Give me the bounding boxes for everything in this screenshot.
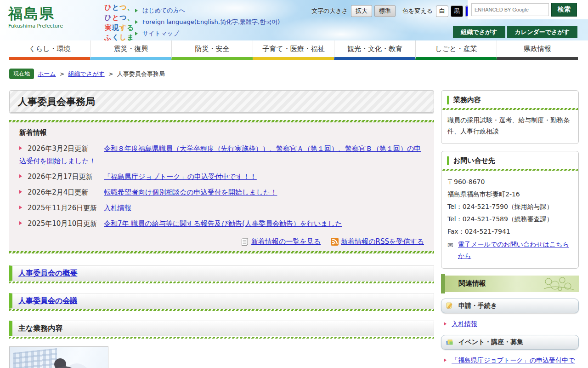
contact-fax: Fax：024-521-7941 [447,225,572,238]
document-list-icon [241,238,249,246]
news-list-link[interactable]: 新着情報の一覧を見る [241,237,321,246]
events-courses-button[interactable]: イベント・講座・募集 [441,335,579,350]
section-overview-link[interactable]: 人事委員会の概要 [18,269,77,278]
nav-item-disaster-recovery[interactable]: 震災・復興 [90,40,171,60]
section-meetings-link[interactable]: 人事委員会の会議 [18,296,77,306]
jobtalk-link[interactable]: 「福島県庁ジョブトーク」の申込受付中です！！ [452,356,575,368]
breadcrumb-separator: > [108,70,113,77]
recruit-info-row: 採用情報 職員採用試験や説明会を実施しています。 [9,346,434,368]
site-header: 福島県 Fukushima Prefecture ひとつ、ひとつ、 実現する ふ… [0,0,588,40]
nav-item-tourism-culture-education[interactable]: 観光・文化・教育 [334,40,415,60]
slogan-line: ふくしま [102,33,137,43]
breadcrumb-org-link[interactable]: 組織でさがす [68,70,105,78]
header-quick-links: はじめての方へ Foreign language(English,简化字,繁體字… [135,6,280,41]
search-button[interactable]: 検索 [551,3,577,17]
contact-body: 〒960-8670 福島県福島市杉妻町2-16 Tel：024-521-7590… [441,171,578,268]
breadcrumb: 現在地 ホーム > 組織でさがす > 人事委員会事務局 [9,69,579,79]
news-date: 2026年2月17日更新 [28,171,104,183]
news-link[interactable]: 入札情報 [104,204,131,212]
news-date: 2026年3月2日更新 [28,143,104,155]
color-black-button[interactable]: 黒 [451,6,463,17]
nav-item-childcare-medical-welfare[interactable]: 子育て・医療・福祉 [253,40,334,60]
bowing-person-silhouette [41,351,96,368]
news-link[interactable]: 転職希望者向け個別相談会の申込受付を開始しました！ [104,188,277,196]
duties-box: 業務内容 職員の採用試験・選考、給与制度・勤務条件、人事行政相談 [441,90,579,144]
contact-mail-link[interactable]: 電子メールでのお問い合わせはこちらから [458,241,569,259]
duties-box-header: 業務内容 [441,91,578,108]
news-item: 2026年2月4日更新転職希望者向け個別相談会の申込受付を開始しました！ [19,186,424,199]
pencil-note-icon [446,302,453,310]
contact-tel-1: Tel：024-521-7590（採用給与課） [447,201,572,213]
bid-info-link-row: 入札情報 [444,319,578,330]
nav-item-safety[interactable]: 防災・安全 [171,40,253,60]
jobtalk-link-row: 「福島県庁ジョブトーク」の申込受付中です！！ [444,355,578,368]
quick-link-item: サイトマップ [135,29,280,38]
arrow-icon [19,146,24,150]
section-main-duties-heading: 主な業務内容 [18,324,62,334]
section-main-duties: 主な業務内容 [9,321,434,336]
sidebar: 業務内容 職員の採用試験・選考、給与制度・勤務条件、人事行政相談 お問い合せ先 … [441,90,579,368]
news-item: 2026年2月17日更新「福島県庁ジョブトーク」の申込受付中です！！ [19,171,424,183]
contact-tel-2: Tel：024-521-7589（総務審査課） [447,213,572,225]
contact-mail-line: ✉ 電子メールでのお問い合わせはこちらから [447,239,572,262]
section-meetings: 人事委員会の会議 [9,293,434,309]
arrow-icon [135,9,140,12]
slogan-logo: ひとつ、ひとつ、 実現する ふくしま [102,3,137,43]
search-input[interactable] [471,3,549,16]
application-procedures-label: 申請・手続き [458,302,497,310]
nav-item-living-environment[interactable]: くらし・環境 [9,40,90,60]
duties-body: 職員の採用試験・選考、給与制度・勤務条件、人事行政相談 [441,110,578,144]
flower-decoration-icon [535,276,576,292]
section-overview: 人事委員会の概要 [9,265,434,281]
calendar-search-button[interactable]: カレンダーでさがす [507,26,577,38]
bid-info-link[interactable]: 入札情報 [452,320,477,328]
related-info-title: 関連情報 [458,279,486,288]
rss-icon [331,238,339,246]
arrow-icon [19,206,24,209]
contact-address: 福島県福島市杉妻町2-16 [447,188,572,201]
news-link[interactable]: 令和7年 職員の給与等に関する報告及び勧告(人事委員会勧告）を行いました [104,219,342,228]
quick-link-item: Foreign language(English,简化字,繁體字,한국어) [135,18,280,26]
news-link[interactable]: 「福島県庁ジョブトーク」の申込受付中です！！ [104,172,257,181]
arrow-icon [135,20,140,24]
site-search: 検索 [468,0,588,19]
quick-link-item: はじめての方へ [135,6,280,15]
news-date: 2025年10月10日更新 [28,218,104,230]
link-sitemap[interactable]: サイトマップ [142,29,179,38]
arrow-icon [444,358,448,362]
news-rss-link[interactable]: 新着情報のRSSを受信する [331,237,424,246]
contact-box-header: お問い合せ先 [441,151,578,169]
link-foreign-language[interactable]: Foreign language(English,简化字,繁體字,한국어) [142,18,280,26]
link-first-time[interactable]: はじめての方へ [142,6,185,15]
page-title-box: 人事委員会事務局 [9,90,434,113]
slogan-line: ひとつ、ひとつ、 [102,3,137,23]
news-date: 2026年2月4日更新 [28,186,104,199]
news-footer: 新着情報の一覧を見る 新着情報のRSSを受信する [19,237,424,246]
events-courses-label: イベント・講座・募集 [458,338,523,346]
news-date: 2025年11月26日更新 [28,202,104,214]
content-area: 人事委員会事務局 新着情報 2026年3月2日更新令和８年度福島県職員（大学卒程… [0,90,588,368]
news-item: 2025年11月26日更新入札情報 [19,202,424,214]
breadcrumb-home-link[interactable]: ホーム [38,70,56,78]
nav-item-work-industry[interactable]: しごと・産業 [415,40,497,60]
arrow-icon [444,322,448,326]
font-size-standard-button[interactable]: 標準 [374,5,396,17]
news-rss-link-label: 新着情報のRSSを受信する [341,237,424,246]
org-search-button[interactable]: 組織でさがす [453,26,505,38]
color-change-label: 色を変える [402,7,433,15]
header-search-shortcuts: 組織でさがす カレンダーでさがす [453,26,577,38]
news-box: 新着情報 2026年3月2日更新令和８年度福島県職員（大学卒程度（先行実施枠））… [9,120,434,253]
prefecture-logo[interactable]: 福島県 Fukushima Prefecture [8,6,63,29]
font-size-larger-button[interactable]: 拡大 [351,5,372,17]
current-location-badge: 現在地 [9,69,34,79]
main-column: 人事委員会事務局 新着情報 2026年3月2日更新令和８年度福島県職員（大学卒程… [9,90,434,368]
logo-title: 福島県 [8,6,63,22]
sticky-notes-icon [446,339,453,346]
contact-postal: 〒960-8670 [447,176,572,188]
nav-item-prefecture-info[interactable]: 県政情報 [497,40,578,60]
application-procedures-button[interactable]: 申請・手続き [441,299,579,313]
color-white-button[interactable]: 白 [436,6,448,17]
recruit-info-image[interactable]: 採用情報 [9,346,108,368]
related-info-header: 関連情報 [441,276,579,292]
contact-title: お問い合せ先 [447,156,573,165]
